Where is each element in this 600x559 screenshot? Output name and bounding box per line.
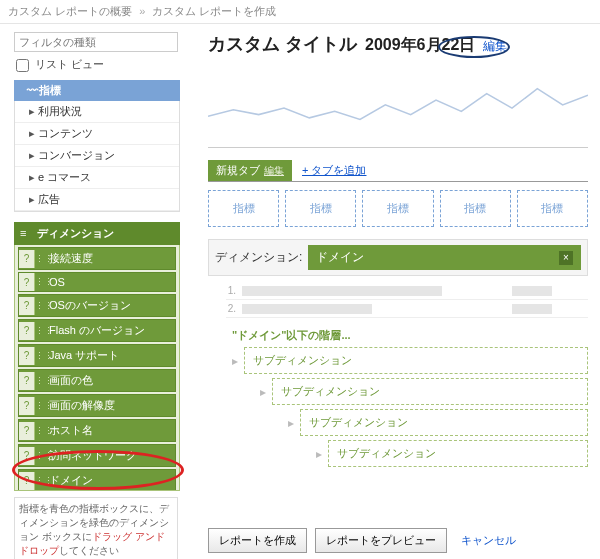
page-date: 2009年6月22日 [365, 35, 475, 56]
grip-icon[interactable]: ⋮⋮ [35, 377, 45, 385]
create-report-button[interactable]: レポートを作成 [208, 528, 307, 553]
grip-icon[interactable]: ⋮⋮ [35, 302, 45, 310]
help-icon[interactable]: ? [19, 297, 35, 315]
dimensions-list[interactable]: ?⋮⋮接続速度 ?⋮⋮OS ?⋮⋮OSのバージョン ?⋮⋮Flash のバージョ… [14, 245, 180, 491]
grip-icon[interactable]: ⋮⋮ [35, 255, 45, 263]
arrow-icon: ▸ [226, 354, 244, 368]
arrow-icon: ▸ [310, 447, 328, 461]
dimension-label: ディメンション: [215, 249, 302, 266]
grip-icon[interactable]: ⋮⋮ [35, 402, 45, 410]
metric-slot[interactable]: 指標 [285, 190, 356, 227]
dimension-item[interactable]: ?⋮⋮OS [18, 272, 176, 292]
cancel-link[interactable]: キャンセル [461, 533, 516, 548]
dimension-item[interactable]: ?⋮⋮Java サポート [18, 344, 176, 367]
help-icon[interactable]: ? [19, 273, 35, 291]
help-icon[interactable]: ? [19, 447, 35, 465]
list-icon: ≡ [20, 227, 30, 239]
help-icon[interactable]: ? [19, 372, 35, 390]
help-icon[interactable]: ? [19, 397, 35, 415]
help-icon[interactable]: ? [19, 250, 35, 268]
grip-icon[interactable]: ⋮⋮ [35, 278, 45, 286]
help-icon[interactable]: ? [19, 472, 35, 490]
dimension-item[interactable]: ?⋮⋮接続速度 [18, 247, 176, 270]
sub-dim-slot[interactable]: サブディメンション [272, 378, 588, 405]
metrics-header[interactable]: 〰 指標 [14, 80, 180, 101]
grip-icon[interactable]: ⋮⋮ [35, 327, 45, 335]
sub-dim-header: "ドメイン"以下の階層... [232, 328, 588, 343]
tab-edit-link[interactable]: 編集 [264, 164, 284, 178]
grip-icon[interactable]: ⋮⋮ [35, 477, 45, 485]
metric-slot[interactable]: 指標 [362, 190, 433, 227]
arrow-icon: ▸ [282, 416, 300, 430]
preview-table: 1. 2. [226, 282, 588, 318]
sidebar: リスト ビュー 〰 指標 利用状況 コンテンツ コンバージョン e コマース 広… [0, 24, 188, 559]
hint-text: 指標を青色の指標ボックスに、ディメンションを緑色のディメンション ボックスにドラ… [14, 497, 178, 559]
arrow-icon: ▸ [254, 385, 272, 399]
dimension-row: ディメンション: ドメイン × [208, 239, 588, 276]
grip-icon[interactable]: ⋮⋮ [35, 427, 45, 435]
close-icon[interactable]: × [559, 251, 573, 265]
filter-input[interactable] [14, 32, 178, 52]
help-icon[interactable]: ? [19, 422, 35, 440]
crumb-a[interactable]: カスタム レポートの概要 [8, 5, 132, 17]
help-icon[interactable]: ? [19, 322, 35, 340]
breadcrumb: カスタム レポートの概要 » カスタム レポートを作成 [0, 0, 600, 24]
grip-icon[interactable]: ⋮⋮ [35, 452, 45, 460]
sub-dim-slot[interactable]: サブディメンション [244, 347, 588, 374]
metric-item[interactable]: e コマース [15, 167, 179, 189]
metric-slots: 指標 指標 指標 指標 指標 [208, 190, 588, 227]
metric-slot[interactable]: 指標 [440, 190, 511, 227]
help-icon[interactable]: ? [19, 347, 35, 365]
metric-slot[interactable]: 指標 [208, 190, 279, 227]
main-panel: カスタム タイトル 2009年6月22日 編集 新規タブ 編集 + タブを追加 … [188, 24, 600, 559]
dimension-item[interactable]: ?⋮⋮ホスト名 [18, 419, 176, 442]
grip-icon[interactable]: ⋮⋮ [35, 352, 45, 360]
tab-active[interactable]: 新規タブ 編集 [208, 160, 292, 181]
tab-bar: 新規タブ 編集 + タブを追加 [208, 160, 588, 182]
dimension-item-domain[interactable]: ?⋮⋮ドメイン [18, 469, 176, 491]
list-view-checkbox[interactable] [16, 59, 29, 72]
tab-add-link[interactable]: + タブを追加 [302, 163, 366, 178]
metric-item[interactable]: 利用状況 [15, 101, 179, 123]
preview-report-button[interactable]: レポートをプレビュー [315, 528, 447, 553]
metric-item[interactable]: コンバージョン [15, 145, 179, 167]
sub-dim-slot[interactable]: サブディメンション [300, 409, 588, 436]
dimension-item[interactable]: ?⋮⋮Flash のバージョン [18, 319, 176, 342]
crumb-b: カスタム レポートを作成 [152, 5, 276, 17]
dimension-item[interactable]: ?⋮⋮画面の解像度 [18, 394, 176, 417]
page-title: カスタム タイトル [208, 32, 357, 56]
dimension-item[interactable]: ?⋮⋮OSのバージョン [18, 294, 176, 317]
crumb-sep: » [139, 5, 145, 17]
action-buttons: レポートを作成 レポートをプレビュー キャンセル [208, 528, 516, 553]
dimensions-header[interactable]: ≡ ディメンション [14, 222, 180, 245]
edit-title-link[interactable]: 編集 [483, 38, 507, 55]
line-chart [208, 66, 588, 148]
dimension-chip[interactable]: ドメイン × [308, 245, 581, 270]
sub-dim-list: ▸サブディメンション ▸サブディメンション ▸サブディメンション ▸サブディメン… [226, 347, 588, 467]
sub-dim-slot[interactable]: サブディメンション [328, 440, 588, 467]
metric-item[interactable]: コンテンツ [15, 123, 179, 145]
metric-slot[interactable]: 指標 [517, 190, 588, 227]
list-view-toggle[interactable]: リスト ビュー [16, 57, 180, 72]
dimension-item[interactable]: ?⋮⋮画面の色 [18, 369, 176, 392]
metrics-list: 利用状況 コンテンツ コンバージョン e コマース 広告 [14, 101, 180, 212]
dimension-item[interactable]: ?⋮⋮訪問ネットワーク [18, 444, 176, 467]
metric-item[interactable]: 広告 [15, 189, 179, 211]
